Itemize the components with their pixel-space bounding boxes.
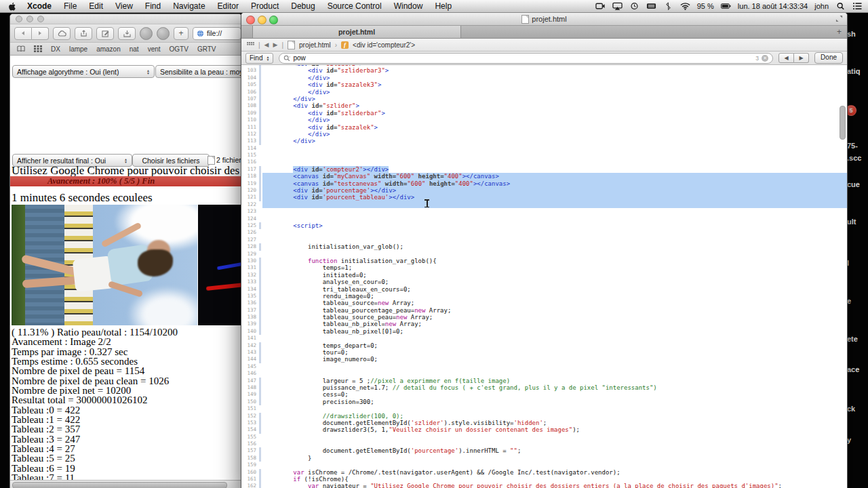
code-line[interactable]: 127 — [241, 237, 847, 243]
fullscreen-icon[interactable] — [835, 15, 843, 22]
keyboard-icon[interactable] — [646, 2, 656, 10]
bookmark-ogtv[interactable]: OGTV — [170, 45, 189, 53]
code-line[interactable]: 154 drawszlider3(5, 1,"Veuillez choisir … — [241, 426, 847, 433]
share-icon[interactable] — [75, 27, 92, 40]
desktop-icon-label[interactable]: ult — [847, 218, 856, 226]
menu-item-file[interactable]: File — [58, 0, 83, 12]
code-line[interactable]: 140 tableau_nb_pixel[0]=0; — [241, 328, 847, 335]
code-line[interactable]: 145 — [241, 363, 847, 370]
related-items-icon[interactable] — [247, 42, 254, 48]
code-line[interactable]: 151 — [241, 405, 847, 412]
bookmark-amazon[interactable]: amazon — [96, 45, 121, 53]
done-button[interactable]: Done — [814, 52, 843, 64]
bookmark-vent[interactable]: vent — [148, 45, 161, 53]
next-match-button[interactable]: ▶ — [794, 53, 809, 63]
downloads-icon[interactable] — [118, 27, 136, 40]
code-line[interactable]: 118 <canvas id="myCanvas" width="600" he… — [241, 173, 847, 180]
spotlight-icon[interactable] — [835, 2, 846, 10]
code-line[interactable]: 160 var isChrome = /Chrome/.test(navigat… — [241, 469, 847, 476]
battery-icon[interactable] — [721, 2, 731, 10]
previous-match-button[interactable]: ◀ — [778, 53, 794, 63]
video-display-icon[interactable] — [595, 2, 606, 10]
menu-item-window[interactable]: Window — [388, 0, 429, 12]
code-line[interactable]: 111 <div id="szazalek"> — [241, 124, 847, 131]
bookmark-grtv[interactable]: GRTV — [197, 45, 216, 53]
code-line[interactable]: 131 temps=1; — [241, 264, 847, 271]
menu-item-editor[interactable]: Editor — [212, 0, 245, 12]
code-line[interactable]: 143 tour=0; — [241, 349, 847, 356]
code-line[interactable]: 148 puissance_net=1.7; // detail du focu… — [241, 384, 847, 391]
algorithm-display-select[interactable]: Affichage algorythme : Oui (lent) ▲▼ — [12, 65, 155, 78]
code-line[interactable]: 155 — [241, 434, 847, 441]
code-line[interactable]: 129 — [241, 251, 847, 258]
code-line[interactable]: 139 tableau_nb_pixel=new Array; — [241, 321, 847, 327]
code-line[interactable]: 117 <div id='compteur2'></div> — [241, 166, 847, 173]
code-line[interactable]: 123 — [241, 208, 847, 215]
code-line[interactable]: 119 <canvas id="testcanevas" width="600"… — [241, 180, 847, 187]
code-line[interactable]: 116 — [241, 159, 847, 165]
code-line[interactable]: 136 tableau_source=new Array; — [241, 300, 847, 306]
code-line[interactable]: 144 image_numero=0; — [241, 356, 847, 363]
code-line[interactable]: 105 <div id="szazalek3"> — [241, 81, 847, 88]
code-line[interactable]: 104 </div> — [241, 75, 847, 81]
code-line[interactable]: 137 tableau_pourcentage_peau=new Array; — [241, 307, 847, 314]
code-line[interactable]: 130 function initialisation_var_glob(){ — [241, 258, 847, 264]
menu-item-xcode[interactable]: Xcode — [21, 0, 58, 12]
code-line[interactable]: 107 </div> — [241, 96, 847, 102]
code-editor[interactable]: 102 <div id="szlider3">103 <div id="szli… — [241, 65, 847, 488]
forward-button[interactable] — [32, 27, 49, 40]
airplay-icon[interactable] — [612, 2, 623, 10]
scrollbar-thumb[interactable] — [12, 482, 227, 488]
code-line[interactable]: 115 — [241, 152, 847, 159]
desktop-icon-label[interactable]: sh — [847, 30, 856, 38]
code-line[interactable]: 157 document.getElementById('pourcentage… — [241, 447, 847, 454]
code-line[interactable]: 158 } — [241, 455, 847, 462]
code-line[interactable]: 103 <div id="szliderbar3"> — [241, 67, 847, 74]
code-line[interactable]: 124 — [241, 216, 847, 222]
tab-projet-html[interactable]: projet.html — [252, 26, 461, 38]
menu-item-view[interactable]: View — [109, 0, 139, 12]
code-line[interactable]: 113 </div> — [241, 138, 847, 144]
desktop-icon-label[interactable]: 75- — [847, 142, 858, 150]
address-bar[interactable]: file:// — [193, 27, 241, 40]
new-tab-button[interactable]: + — [174, 27, 189, 40]
code-line[interactable]: 134 tri_tableaux_en_cours=0; — [241, 286, 847, 293]
desktop-icon-label[interactable]: ck — [847, 405, 855, 413]
code-line[interactable]: 121 <div id='pourcent_tableau'></div> — [241, 194, 847, 201]
sync-clock-icon[interactable] — [629, 2, 639, 10]
bookmark-lampe[interactable]: lampe — [69, 45, 87, 53]
menu-clock[interactable]: lun. 18 août 14:33:34 — [738, 2, 808, 10]
menu-item-product[interactable]: Product — [245, 0, 285, 12]
skin-sensitivity-select[interactable]: Sensibilite a la peau : moy — [155, 65, 241, 78]
code-line[interactable]: 146 — [241, 370, 847, 377]
find-input[interactable]: pow 3 ✕ — [279, 53, 773, 64]
code-line[interactable]: 156 — [241, 441, 847, 447]
code-line[interactable]: 153 document.getElementById('szlider').s… — [241, 420, 847, 426]
breadcrumb-symbol[interactable]: <div id='compteur2'> — [353, 41, 415, 49]
icloud-tabs-icon[interactable] — [53, 27, 71, 40]
extension-button-2[interactable] — [157, 27, 170, 40]
editor-titlebar[interactable]: projet.html — [241, 13, 847, 26]
editor-scrollbar-thumb[interactable] — [840, 106, 846, 140]
back-icon[interactable]: ◀ — [264, 41, 269, 48]
wifi-icon[interactable] — [680, 2, 690, 10]
desktop-icon-label[interactable]: ete — [847, 335, 858, 343]
code-line[interactable]: 128 initialisation_var_glob(); — [241, 243, 847, 250]
bluetooth-icon[interactable] — [663, 2, 673, 10]
close-button[interactable] — [246, 16, 255, 24]
code-line[interactable]: 161 if (!isChrome){ — [241, 476, 847, 483]
code-line[interactable]: 141 — [241, 335, 847, 342]
minimize-button[interactable] — [26, 16, 33, 22]
desktop-icon-label[interactable]: ace — [847, 365, 859, 373]
code-line[interactable]: 126 — [241, 229, 847, 236]
code-line[interactable]: 133 analyse_en_cour=0; — [241, 279, 847, 285]
bookmark-dx[interactable]: DX — [51, 45, 60, 53]
user-name[interactable]: john — [814, 2, 829, 10]
desktop-icon-label[interactable]: .scc — [847, 154, 861, 162]
menu-item-edit[interactable]: Edit — [83, 0, 109, 12]
find-mode-popup[interactable]: Find ▲▼ — [245, 53, 273, 64]
code-line[interactable]: 152 //drawszlider(100, 0); — [241, 413, 847, 420]
apple-icon[interactable] — [8, 2, 17, 11]
code-line[interactable]: 108 <div id="szlider"> — [241, 102, 847, 109]
code-line[interactable]: 142 temps_depart=0; — [241, 342, 847, 349]
